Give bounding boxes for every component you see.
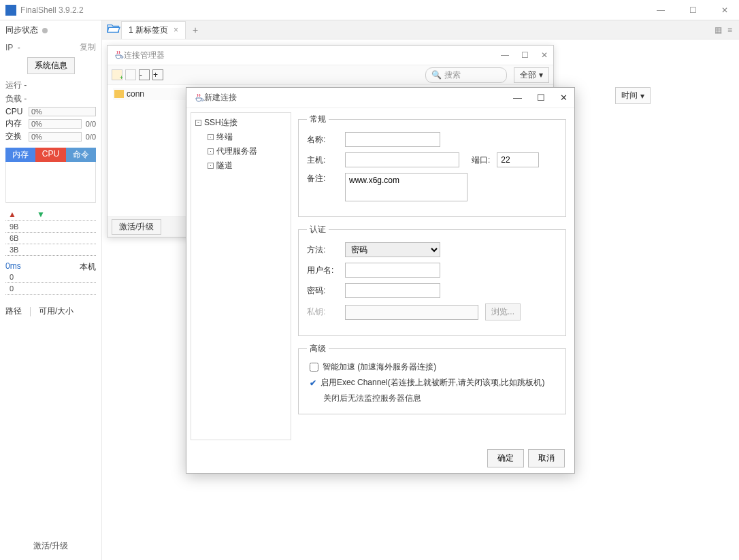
- divider: [5, 282, 96, 283]
- nc-minimize-button[interactable]: —: [513, 93, 522, 103]
- new-folder-icon[interactable]: +: [112, 69, 122, 80]
- host-label: 本机: [80, 261, 96, 273]
- close-button[interactable]: ✕: [716, 3, 734, 18]
- app-icon: [5, 5, 16, 16]
- swap-meter: 交换 0% 0/0: [5, 131, 96, 142]
- time-dropdown[interactable]: 时间 ▾: [615, 87, 651, 104]
- tree-item-terminal[interactable]: · 终端: [195, 131, 286, 143]
- copy-button[interactable]: 复制: [80, 42, 96, 53]
- cm-window-controls: — ☐ ✕: [501, 50, 548, 60]
- label-port: 端口:: [472, 154, 490, 166]
- tree-collapse-icon[interactable]: -: [195, 120, 201, 126]
- cpu-bar: 0%: [29, 107, 96, 116]
- row-name: 名称:: [307, 132, 557, 147]
- net-byte-2: 3B: [5, 246, 96, 254]
- cm-activate-button[interactable]: 激活/升级: [112, 219, 161, 235]
- tree-item-tunnel[interactable]: · 隧道: [195, 160, 286, 171]
- expand-icon[interactable]: +: [152, 69, 163, 80]
- sidebar: 同步状态 IP - 复制 系统信息 运行 - 负载 - CPU 0% 内存 0%…: [0, 20, 102, 560]
- row-exec: ✔ 启用Exec Channel(若连接上就被断开,请关闭该项,比如跳板机): [307, 377, 557, 389]
- legend-advanced: 高级: [307, 343, 329, 355]
- row-host: 主机: 端口:: [307, 152, 557, 167]
- checkbox-accel[interactable]: [310, 363, 318, 372]
- tree-proxy-label: 代理服务器: [216, 146, 257, 157]
- nc-maximize-button[interactable]: ☐: [537, 93, 545, 103]
- input-pass[interactable]: [345, 283, 440, 298]
- folder-icon: [114, 90, 124, 98]
- input-port[interactable]: [497, 152, 539, 167]
- system-info-button[interactable]: 系统信息: [27, 57, 75, 74]
- list-view-icon[interactable]: ≡: [727, 25, 732, 35]
- nc-titlebar[interactable]: 新建连接 — ☐ ✕: [186, 88, 574, 108]
- cancel-button[interactable]: 取消: [528, 449, 565, 467]
- cm-toolbar: + - + 🔍 搜索 全部 ▾: [108, 65, 553, 85]
- grid-view-icon[interactable]: ▦: [715, 25, 722, 35]
- input-host[interactable]: [345, 152, 459, 167]
- all-label: 全部: [520, 69, 536, 81]
- cm-maximize-button[interactable]: ☐: [521, 50, 529, 60]
- minimize-button[interactable]: —: [651, 3, 670, 18]
- sync-status: 同步状态: [5, 24, 96, 36]
- swap-tail: 0/0: [86, 133, 96, 141]
- new-connection-dialog: 新建连接 — ☐ ✕ - SSH连接 · 终端 · 代理服务器 · 隧道: [186, 87, 575, 474]
- network-arrows: ▲ ▼: [5, 210, 96, 219]
- latency-row: 0ms 本机: [5, 261, 96, 273]
- path-header: 路径 可用/大小: [5, 306, 96, 317]
- open-folder-icon[interactable]: [106, 22, 121, 37]
- tree-root-label: SSH连接: [204, 117, 237, 129]
- divider: [5, 220, 96, 221]
- cm-titlebar[interactable]: 连接管理器 — ☐ ✕: [108, 46, 553, 65]
- activate-link[interactable]: 激活/升级: [5, 536, 96, 556]
- new-connection-icon[interactable]: [125, 69, 136, 80]
- tree-root-ssh[interactable]: - SSH连接: [195, 117, 286, 129]
- download-arrow-icon: ▼: [37, 210, 45, 219]
- tab-command[interactable]: 命令: [66, 148, 96, 162]
- java-icon: [113, 50, 124, 61]
- window-controls: — ☐ ✕: [651, 3, 734, 18]
- checkbox-exec-checked-icon[interactable]: ✔: [310, 378, 316, 388]
- java-icon: [193, 93, 204, 103]
- mem-meter: 内存 0% 0/0: [5, 118, 96, 129]
- row-key: 私钥: 浏览...: [307, 303, 557, 320]
- divider: [5, 244, 96, 244]
- nc-window-controls: — ☐ ✕: [513, 93, 568, 103]
- tree-item-proxy[interactable]: · 代理服务器: [195, 146, 286, 157]
- zero-0: 0: [5, 273, 96, 281]
- cm-filter-all[interactable]: 全部 ▾: [514, 67, 549, 83]
- divider: [5, 255, 96, 256]
- stats-chart: [5, 162, 96, 203]
- collapse-icon[interactable]: -: [139, 69, 150, 80]
- path-label: 路径: [5, 306, 22, 317]
- maximize-button[interactable]: ☐: [684, 3, 702, 18]
- cm-close-button[interactable]: ✕: [541, 50, 548, 60]
- ok-button[interactable]: 确定: [487, 449, 524, 467]
- input-user[interactable]: [345, 263, 440, 278]
- nc-close-button[interactable]: ✕: [560, 93, 568, 103]
- search-icon: 🔍: [431, 70, 442, 80]
- net-byte-1: 6B: [5, 234, 96, 242]
- mem-bar: 0%: [29, 119, 82, 129]
- divider: [5, 294, 96, 295]
- label-exec: 启用Exec Channel(若连接上就被断开,请关闭该项,比如跳板机): [321, 377, 544, 389]
- fieldset-general: 常规 名称: 主机: 端口: 备注:: [298, 114, 566, 217]
- tab-memory[interactable]: 内存: [5, 148, 35, 162]
- app-title: FinalShell 3.9.2.2: [20, 5, 651, 15]
- add-tab-button[interactable]: +: [193, 24, 198, 35]
- row-pass: 密码:: [307, 283, 557, 298]
- legend-general: 常规: [307, 114, 329, 125]
- input-note[interactable]: [345, 173, 467, 201]
- nc-body: - SSH连接 · 终端 · 代理服务器 · 隧道 常规 名称:: [186, 108, 574, 444]
- tab-item[interactable]: 1 新标签页 ×: [121, 21, 186, 39]
- main-titlebar: FinalShell 3.9.2.2 — ☐ ✕: [0, 0, 739, 20]
- input-name[interactable]: [345, 132, 440, 147]
- upload-arrow-icon: ▲: [8, 210, 16, 219]
- tab-cpu[interactable]: CPU: [35, 148, 65, 162]
- cm-minimize-button[interactable]: —: [501, 50, 509, 60]
- running-stat: 运行 -: [5, 80, 96, 91]
- cm-search-input[interactable]: 🔍 搜索: [425, 67, 507, 83]
- browse-button[interactable]: 浏览...: [485, 303, 521, 320]
- select-method[interactable]: 密码: [345, 242, 440, 257]
- tab-close-icon[interactable]: ×: [174, 25, 178, 35]
- nc-title: 新建连接: [204, 92, 513, 103]
- row-note: 备注:: [307, 173, 557, 201]
